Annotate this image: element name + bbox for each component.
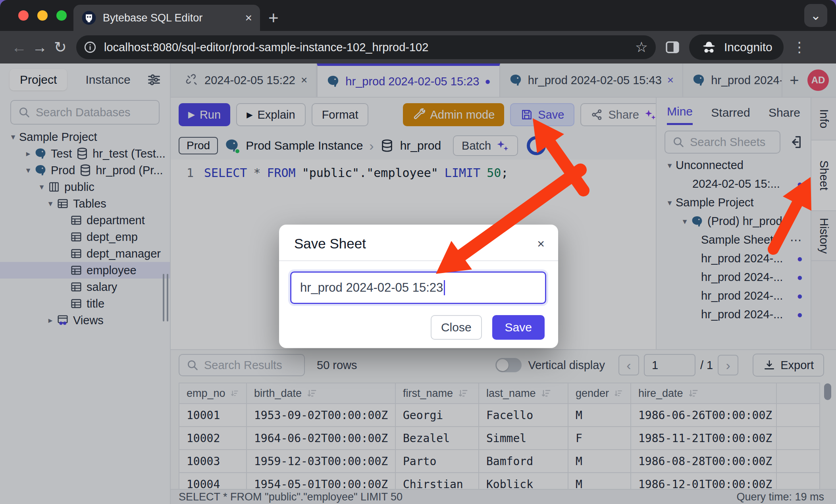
dialog-body: hr_prod 2024-02-05 15:23 bbox=[279, 261, 558, 304]
dialog-footer: Close Save bbox=[279, 304, 558, 340]
browser-menu-icon[interactable]: ⋮ bbox=[792, 39, 807, 56]
close-button[interactable]: Close bbox=[431, 315, 482, 340]
side-panel-icon[interactable] bbox=[661, 36, 684, 58]
bookmark-star-icon[interactable]: ☆ bbox=[635, 39, 648, 56]
dialog-header: Save Sheet × bbox=[279, 225, 558, 260]
browser-tab-title: Bytebase SQL Editor bbox=[103, 12, 239, 24]
browser-tab-close-icon[interactable]: × bbox=[245, 11, 252, 25]
window-controls bbox=[18, 10, 67, 21]
incognito-spy-icon bbox=[700, 38, 718, 56]
window-close-button[interactable] bbox=[18, 10, 29, 21]
window-zoom-button[interactable] bbox=[56, 10, 67, 21]
browser-titlebar: Bytebase SQL Editor × + ⌄ bbox=[0, 0, 836, 31]
forward-button[interactable]: → bbox=[29, 37, 50, 58]
dialog-title: Save Sheet bbox=[294, 236, 366, 252]
new-tab-button[interactable]: + bbox=[268, 7, 279, 29]
sheet-name-input[interactable]: hr_prod 2024-02-05 15:23 bbox=[290, 271, 546, 304]
incognito-label: Incognito bbox=[724, 40, 772, 54]
tab-search-button[interactable]: ⌄ bbox=[804, 4, 827, 27]
browser-toolbar: ← → ↻ localhost:8080/sql-editor/prod-sam… bbox=[0, 31, 836, 63]
incognito-badge: Incognito bbox=[689, 35, 784, 60]
back-button[interactable]: ← bbox=[9, 37, 29, 58]
window-minimize-button[interactable] bbox=[37, 10, 48, 21]
url-bar[interactable]: localhost:8080/sql-editor/prod-sample-in… bbox=[76, 35, 656, 59]
reload-button[interactable]: ↻ bbox=[50, 37, 71, 58]
text-cursor bbox=[444, 280, 445, 295]
bytebase-favicon-icon bbox=[81, 10, 96, 25]
dialog-save-button[interactable]: Save bbox=[492, 315, 545, 340]
dialog-close-icon[interactable]: × bbox=[537, 237, 545, 251]
browser-tab[interactable]: Bytebase SQL Editor × bbox=[73, 5, 260, 31]
browser-chrome: Bytebase SQL Editor × + ⌄ ← → ↻ localhos… bbox=[0, 0, 836, 63]
save-sheet-dialog: Save Sheet × hr_prod 2024-02-05 15:23 Cl… bbox=[279, 225, 558, 348]
screenshot-root: Bytebase SQL Editor × + ⌄ ← → ↻ localhos… bbox=[0, 0, 836, 504]
site-info-icon[interactable] bbox=[82, 39, 98, 56]
url-text: localhost:8080/sql-editor/prod-sample-in… bbox=[104, 41, 635, 54]
